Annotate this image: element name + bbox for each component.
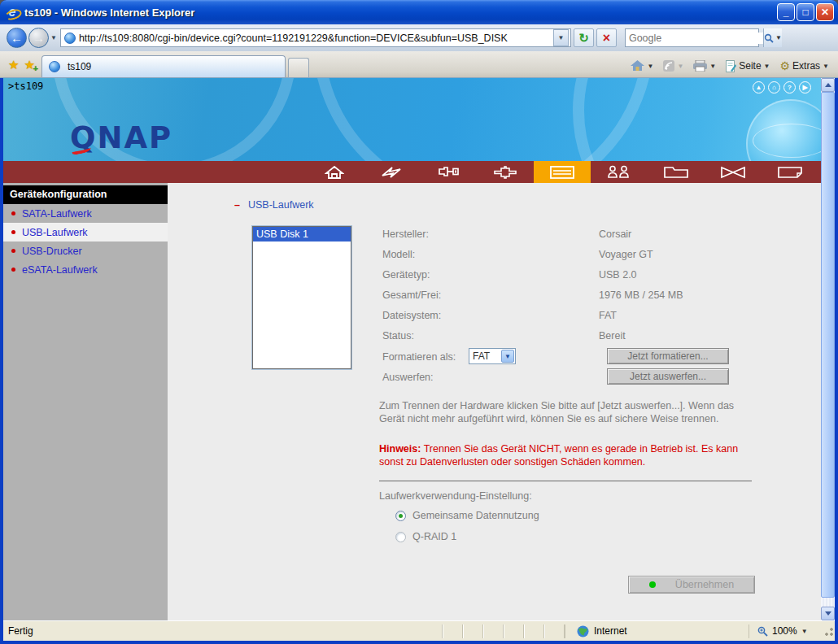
print-button[interactable]: ▼: [691, 59, 718, 73]
home-nav-icon: [325, 166, 344, 179]
collapse-icon[interactable]: –: [234, 199, 240, 211]
scroll-down-icon: [825, 611, 831, 616]
feeds-button[interactable]: ▼: [661, 59, 686, 73]
ie-logo-icon: e: [5, 5, 20, 20]
help-icon[interactable]: ?: [783, 81, 796, 94]
favorites-center-icon[interactable]: ★: [8, 58, 19, 72]
tab-ts109[interactable]: ts109: [41, 55, 286, 77]
detail-value: Voyager GT: [599, 249, 653, 260]
page-menu-button[interactable]: Seite ▼: [723, 59, 772, 74]
detail-value: USB 2.0: [599, 269, 637, 281]
back-button[interactable]: ←: [7, 28, 27, 48]
nav-item-network-settings[interactable]: [477, 161, 534, 183]
scrollbar-thumb[interactable]: [821, 92, 835, 598]
stop-icon: ×: [603, 31, 610, 45]
warning-text: Hinweis: Trennen Sie das Gerät NICHT, we…: [379, 442, 757, 468]
main-content: – USB-Laufwerk USB Disk 1 Hersteller: Co…: [168, 183, 821, 620]
radio-option-qraid1[interactable]: Q-RAID 1: [395, 531, 456, 542]
history-dropdown-icon[interactable]: ▼: [50, 34, 57, 41]
bowtie-icon: [721, 166, 745, 179]
breadcrumb: >ts109: [8, 80, 43, 92]
status-separator: [443, 624, 463, 638]
title-bar[interactable]: e ts109 - Windows Internet Explorer _ □ …: [0, 0, 838, 24]
page-scrollbar[interactable]: [821, 78, 835, 620]
sidebar-item-usb-laufwerk[interactable]: USB-Laufwerk: [3, 223, 168, 242]
nav-item-system-settings[interactable]: [420, 161, 477, 183]
detail-value: Corsair: [599, 228, 631, 240]
nav-item-network-share-management[interactable]: [648, 161, 705, 183]
status-text: Fertig: [3, 625, 422, 637]
sidebar-item-label: USB-Laufwerk: [22, 227, 88, 238]
detail-label: Dateisystem:: [382, 310, 441, 321]
search-options-caret-icon: ▼: [775, 34, 782, 41]
scroll-up-button[interactable]: [821, 78, 835, 92]
search-go-button[interactable]: ▼: [763, 28, 782, 47]
forward-button[interactable]: →: [28, 28, 49, 48]
address-bar[interactable]: ▼: [60, 28, 571, 47]
sidebar-item-esata-laufwerk[interactable]: eSATA-Laufwerk: [3, 260, 168, 279]
radio-unchecked-icon[interactable]: [395, 532, 406, 542]
section-title: USB-Laufwerk: [248, 199, 314, 211]
sidebar-item-sata-laufwerk[interactable]: SATA-Laufwerk: [3, 204, 168, 223]
qnap-banner: >ts109 QNAP ▲ ⌂ ? ▶: [3, 78, 821, 161]
home-icon: [631, 60, 644, 72]
refresh-button[interactable]: ↻: [574, 28, 594, 47]
detail-label: Gesamt/Frei:: [382, 289, 441, 301]
folder-icon: [664, 166, 688, 179]
log-document-icon: [778, 166, 802, 179]
nav-item-user-management[interactable]: [591, 161, 648, 183]
chevron-down-icon[interactable]: ▼: [501, 350, 514, 363]
nav-item-quick-configuration[interactable]: [363, 161, 420, 183]
usb-device-listbox[interactable]: USB Disk 1: [252, 226, 351, 369]
format-now-button[interactable]: Jetzt formatieren...: [607, 348, 729, 364]
minimize-button[interactable]: _: [777, 3, 795, 21]
new-tab-button[interactable]: [288, 58, 309, 77]
tools-menu-button[interactable]: ⚙ Extras ▼: [778, 58, 832, 74]
add-favorite-icon[interactable]: ★: [24, 58, 34, 72]
home-caret-icon: ▼: [647, 63, 653, 70]
detail-value: Bereit: [599, 330, 626, 342]
apply-button-label: Übernehmen: [675, 579, 734, 590]
logout-icon[interactable]: ▶: [799, 81, 811, 94]
nav-item-home[interactable]: [306, 161, 363, 183]
stop-button[interactable]: ×: [596, 28, 617, 47]
zoom-caret-icon: ▼: [801, 628, 808, 635]
search-input[interactable]: [626, 33, 763, 44]
browser-window: e ts109 - Windows Internet Explorer _ □ …: [0, 0, 838, 644]
nav-item-event-logs[interactable]: [762, 161, 818, 183]
detail-label: Status:: [382, 330, 414, 342]
eject-now-button[interactable]: Jetzt auswerfen...: [607, 368, 729, 385]
detail-value: FAT: [599, 310, 617, 321]
list-item-usb-disk-1[interactable]: USB Disk 1: [253, 227, 351, 242]
nav-item-system-tools[interactable]: [705, 161, 762, 183]
detail-label: Hersteller:: [382, 228, 429, 240]
eject-label: Auswerfen:: [382, 372, 434, 383]
portal-home-icon[interactable]: ⌂: [768, 81, 780, 94]
close-button[interactable]: ✕: [816, 3, 834, 21]
tools-caret-icon: ▼: [823, 63, 829, 70]
home-button[interactable]: ▼: [628, 59, 656, 73]
maximize-button[interactable]: □: [797, 3, 814, 21]
search-box[interactable]: ▼: [625, 28, 759, 47]
format-select[interactable]: FAT ▼: [469, 348, 516, 364]
address-input[interactable]: [79, 33, 553, 44]
sidebar-item-usb-drucker[interactable]: USB-Drucker: [3, 242, 168, 260]
tab-favicon: [49, 61, 60, 72]
bullet-icon: [11, 211, 15, 215]
divider: [379, 481, 752, 481]
zoom-control[interactable]: 100% ▼: [749, 624, 820, 638]
printer-icon: [693, 60, 707, 72]
sidebar-item-label: SATA-Laufwerk: [22, 208, 92, 220]
address-dropdown-icon[interactable]: ▼: [553, 29, 569, 46]
status-separator: [463, 624, 483, 638]
lightning-icon: [381, 166, 402, 179]
radio-option-shared-data[interactable]: Gemeinsame Datennutzung: [395, 510, 539, 521]
resize-grip[interactable]: [822, 624, 835, 637]
radio-checked-icon[interactable]: [395, 511, 406, 521]
nav-item-device-configuration[interactable]: [534, 161, 591, 183]
gear-icon: ⚙: [780, 59, 791, 72]
apply-button[interactable]: Übernehmen: [628, 576, 755, 594]
print-caret-icon: ▼: [709, 63, 716, 70]
scroll-down-button[interactable]: [821, 607, 835, 620]
page-top-icon[interactable]: ▲: [753, 81, 765, 94]
